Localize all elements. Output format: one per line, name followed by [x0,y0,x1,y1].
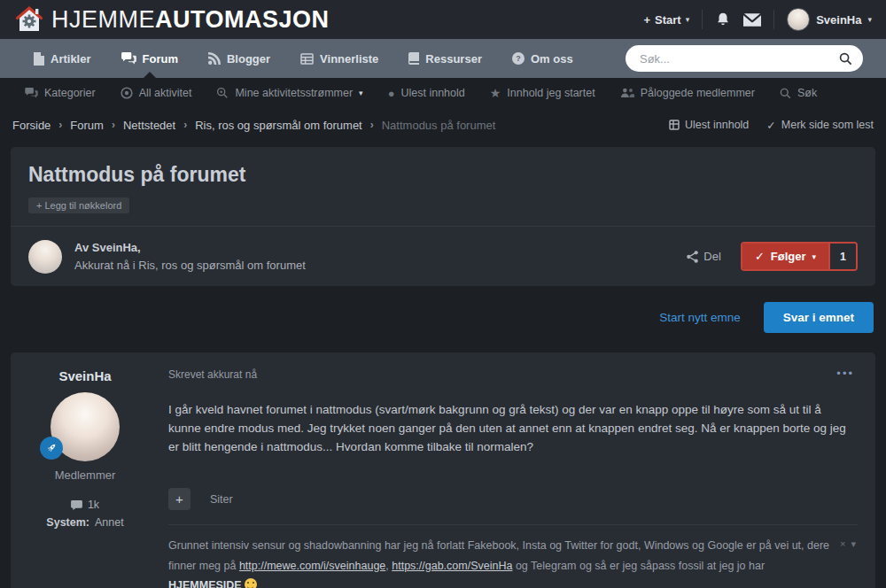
breadcrumb: Forside › Forum › Nettstedet › Ris, ros … [12,119,495,132]
site-logo[interactable]: HJEMMEAUTOMASJON [14,4,330,35]
unread-dot-icon: ● [388,87,395,100]
chevron-down-icon: ▾ [812,252,817,261]
search-box[interactable] [626,45,863,72]
speech-bubble-icon [71,500,82,510]
smiley-emoji [245,578,257,588]
check-icon: ✓ [766,119,775,132]
post-item: SveinHa Medlemmer [11,352,875,588]
post-timestamp[interactable]: Skrevet akkurat nå [168,368,858,381]
subnav-sok[interactable]: Søk [780,87,817,99]
follow-button-group: ✓ Følger ▾ 1 [741,242,858,271]
start-menu-button[interactable]: + Start ▾ [643,13,689,27]
member-group-label: Medlemmer [23,468,147,482]
app-header: HJEMMEAUTOMASJON + Start ▾ SveinHa ▾ [0,0,886,39]
post-options-menu[interactable]: ••• [836,367,854,380]
article-file-icon [34,52,44,66]
search-icon[interactable] [839,52,852,66]
topic-author-avatar[interactable] [28,240,62,274]
system-field: System: Annet [23,514,147,531]
reply-to-topic-button[interactable]: Svar i emnet [764,302,874,333]
quote-button[interactable]: Siter [210,493,233,506]
signature-link-hjemmeside[interactable]: HJEMMESIDE [168,579,242,588]
primary-nav: Artikler Forum Blogger Vinnerl [0,39,886,78]
unread-content-link[interactable]: Ulest innhold [669,119,749,131]
subnav-kategorier[interactable]: Kategorier [25,87,96,99]
rank-rocket-badge [40,437,63,460]
topic-header-panel: Nattmodus på forumet + Legg til nøkkelor… [11,147,875,286]
chevron-down-icon: ▾ [359,89,363,97]
check-icon: ✓ [755,250,765,263]
secondary-nav: Kategorier All aktivitet Mine aktivitets… [0,78,886,108]
avatar [787,8,810,31]
notifications-bell-icon[interactable] [715,12,731,27]
page-title: Nattmodus på forumet [28,163,858,187]
topic-author-name[interactable]: Av SveinHa, [74,239,306,257]
nav-item-blogger[interactable]: Blogger [198,39,281,78]
nav-item-forum[interactable]: Forum [111,39,189,78]
plus-icon: + [643,13,650,27]
divider [773,10,774,29]
book-icon [408,52,419,65]
topic-meta: Akkurat nå i Ris, ros og spørsmål om for… [74,257,306,275]
share-icon [687,251,698,263]
active-tab-notch [144,72,156,78]
messages-envelope-icon[interactable] [743,13,761,27]
grid-icon [669,120,680,130]
chevron-right-icon: › [183,119,187,131]
add-tag-button[interactable]: + Legg til nøkkelord [28,197,129,213]
user-menu[interactable]: SveinHa ▾ [787,8,872,31]
start-new-topic-link[interactable]: Start nytt emne [659,311,741,324]
mark-read-link[interactable]: ✓ Merk side som lest [766,119,874,132]
signature-link-gab[interactable]: https://gab.com/SveinHa [392,560,512,572]
hide-signature-icon[interactable]: × [840,536,845,553]
post-count: 1k [23,496,147,514]
subnav-ulest-innhold[interactable]: ● Ulest innhold [388,87,465,100]
multiquote-button[interactable]: + [168,488,190,510]
nav-item-artikler[interactable]: Artikler [23,39,102,78]
topic-actions-row: Start nytt emne Svar i emnet [11,286,875,352]
subnav-paloggede-medlemmer[interactable]: Påloggede medlemmer [620,87,755,99]
crumb-forum[interactable]: Forum [70,119,104,132]
follow-button[interactable]: ✓ Følger ▾ [742,244,828,269]
chevron-down-icon: ▾ [867,15,872,24]
crumb-kategori[interactable]: Ris, ros og spørsmål om forumet [195,119,362,132]
search-input[interactable] [640,52,839,66]
breadcrumb-bar: Forside › Forum › Nettstedet › Ris, ros … [0,108,886,142]
site-title: HJEMMEAUTOMASJON [51,6,330,34]
nav-item-vinnerliste[interactable]: Vinnerliste [290,39,389,78]
subnav-mine-aktivitetsstrommer[interactable]: Mine aktivitetsstrømmer ▾ [216,87,362,99]
subnav-innhold-jeg-startet[interactable]: ★ Innhold jeg startet [490,86,595,100]
categories-chat-icon [25,88,38,98]
chevron-right-icon: › [58,119,62,131]
username-label: SveinHa [816,13,861,27]
search-icon [780,88,791,99]
chevron-right-icon: › [370,119,374,131]
nav-item-ressurser[interactable]: Ressurser [398,39,493,78]
nav-item-om-oss[interactable]: ? Om oss [501,39,584,78]
crumb-current-topic: Nattmodus på forumet [382,119,496,132]
crumb-forside[interactable]: Forside [12,119,51,132]
forum-chat-icon [121,52,136,65]
post-author-name[interactable]: SveinHa [23,368,147,383]
chevron-down-icon[interactable]: ▾ [851,536,856,553]
signature-divider [168,524,858,525]
share-button[interactable]: Del [687,250,721,263]
signature-link-mewe[interactable]: http://mewe.com/i/sveinhauge [239,560,385,572]
rss-icon [208,52,221,65]
crumb-nettstedet[interactable]: Nettstedet [123,119,175,132]
home-gear-logo-icon [14,4,44,35]
subnav-all-aktivitet[interactable]: All aktivitet [120,87,192,99]
follower-count-badge[interactable]: 1 [828,244,856,269]
table-icon [300,53,314,65]
chevron-down-icon: ▾ [686,15,690,24]
divider [702,10,703,29]
svg-text:?: ? [516,54,521,63]
post-body: I går kveld havnet forumet i nattmodus (… [168,400,858,456]
star-icon: ★ [490,86,501,100]
members-icon [620,88,634,98]
question-circle-icon: ? [512,52,525,65]
stream-search-icon [216,87,229,99]
post-signature: × ▾ Grunnet intensiv sensur og shadowban… [168,536,858,588]
activity-ring-icon [120,87,133,99]
chevron-right-icon: › [112,119,115,131]
